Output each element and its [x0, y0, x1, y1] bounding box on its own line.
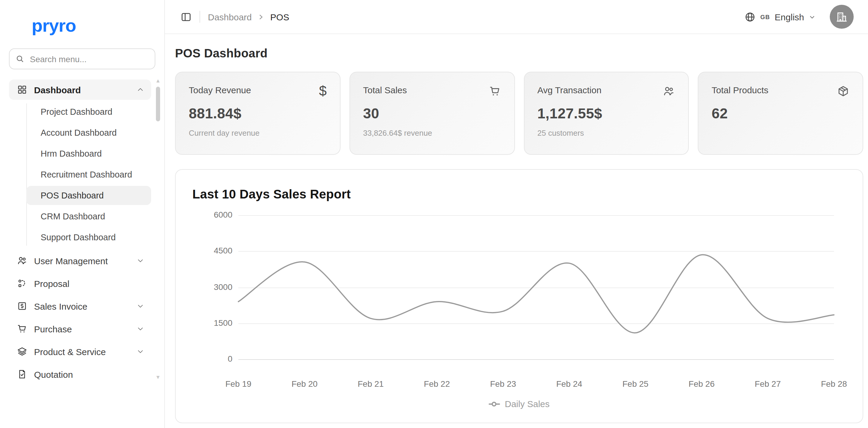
chevron-down-icon	[137, 303, 144, 310]
stat-value: 62	[712, 105, 850, 122]
topbar: Dashboard POS GB English	[165, 0, 868, 34]
y-axis-tick-label: 1500	[176, 318, 232, 327]
layers-icon	[17, 346, 28, 357]
topbar-divider	[199, 11, 200, 23]
stat-label: Total Sales	[363, 85, 407, 95]
stat-label: Today Revenue	[189, 85, 251, 95]
sidebar-search[interactable]	[9, 49, 155, 69]
stat-card-avg-transaction: Avg Transaction 1,127.55$ 25 customers	[524, 72, 689, 155]
language-label: English	[775, 12, 804, 22]
sidebar-subitem-crm-dashboard[interactable]: CRM Dashboard	[26, 207, 151, 226]
x-axis-tick-label: Feb 22	[410, 379, 464, 389]
scrollbar-thumb[interactable]	[156, 87, 160, 121]
sidebar-item-label: Product & Service	[34, 346, 130, 356]
sidebar-item-dashboard[interactable]: Dashboard	[9, 80, 151, 100]
y-axis-tick-label: 4500	[176, 246, 232, 256]
building-icon	[835, 10, 848, 23]
sidebar: pryro DashboardProject DashboardAccount …	[0, 0, 165, 428]
stat-label: Avg Transaction	[537, 85, 601, 95]
users-icon	[663, 85, 675, 97]
stat-value: 881.84$	[189, 105, 327, 122]
chevron-down-icon	[809, 13, 815, 20]
stat-card-total-products: Total Products 62	[698, 72, 864, 155]
globe-icon	[744, 11, 756, 22]
breadcrumb-pos: POS	[270, 12, 289, 22]
cart-icon	[488, 85, 501, 97]
sidebar-subitem-recruitment-dashboard[interactable]: Recruitment Dashboard	[26, 165, 151, 184]
sidebar-item-proposal[interactable]: Proposal	[9, 273, 151, 293]
page-title: POS Dashboard	[175, 47, 863, 60]
stat-card-total-sales: Total Sales 30 33,826.64$ revenue	[349, 72, 515, 155]
sidebar-toggle-button[interactable]	[180, 11, 192, 22]
breadcrumb-dashboard[interactable]: Dashboard	[208, 12, 252, 22]
x-axis-tick-label: Feb 24	[542, 379, 596, 389]
sidebar-subitem-hrm-dashboard[interactable]: Hrm Dashboard	[26, 144, 151, 163]
sidebar-item-purchase[interactable]: Purchase	[9, 319, 151, 339]
x-axis-tick-label: Feb 27	[741, 379, 795, 389]
sidebar-scrollbar[interactable]: ▲ ▼	[155, 78, 161, 380]
sidebar-item-label: Quotation	[34, 369, 144, 379]
sidebar-item-label: Sales Invoice	[34, 301, 130, 311]
x-axis-tick-label: Feb 19	[212, 379, 265, 389]
search-icon	[16, 54, 25, 63]
sidebar-submenu: Project DashboardAccount DashboardHrm Da…	[9, 102, 151, 247]
y-axis-tick-label: 0	[176, 354, 232, 364]
content: POS Dashboard Today Revenue$ 881.84$ Cur…	[165, 34, 868, 428]
users-icon	[17, 255, 28, 266]
panel-left-icon	[180, 11, 192, 22]
chevron-down-icon	[137, 257, 144, 264]
x-axis-tick-label: Feb 25	[609, 379, 662, 389]
breadcrumb: Dashboard POS	[208, 12, 289, 22]
scroll-up-icon[interactable]: ▲	[155, 78, 161, 84]
stat-card-today-revenue: Today Revenue$ 881.84$ Current day reven…	[175, 72, 341, 155]
sidebar-item-label: Purchase	[34, 324, 130, 334]
proposal-icon	[17, 278, 28, 289]
stat-label: Total Products	[712, 85, 769, 95]
topbar-right: GB English	[744, 5, 854, 29]
avatar[interactable]	[830, 5, 854, 29]
sidebar-subitem-project-dashboard[interactable]: Project Dashboard	[26, 102, 151, 121]
stat-value: 30	[363, 105, 501, 122]
cart-icon	[17, 323, 28, 334]
chart-legend-daily-sales[interactable]: Daily Sales	[176, 399, 863, 409]
package-icon	[837, 85, 849, 97]
scroll-down-icon[interactable]: ▼	[155, 375, 161, 380]
app-logo: pryro	[32, 16, 164, 36]
daily-sales-line-series[interactable]	[238, 215, 834, 359]
sidebar-subitem-account-dashboard[interactable]: Account Dashboard	[26, 123, 151, 142]
invoice-icon	[17, 301, 28, 311]
sidebar-item-user-management[interactable]: User Management	[9, 251, 151, 271]
language-code: GB	[761, 13, 770, 20]
sidebar-subitem-pos-dashboard[interactable]: POS Dashboard	[26, 186, 151, 205]
chart-plot-area: 01500300045006000Feb 19Feb 20Feb 21Feb 2…	[176, 170, 863, 423]
y-axis-tick-label: 3000	[176, 282, 232, 291]
x-axis-tick-label: Feb 23	[476, 379, 530, 389]
grid-icon	[17, 84, 28, 95]
sidebar-item-label: Dashboard	[34, 85, 130, 95]
stat-subtitle	[712, 129, 850, 138]
sales-chart-card: Last 10 Days Sales Report 01500300045006…	[175, 169, 863, 423]
sidebar-subitem-support-dashboard[interactable]: Support Dashboard	[26, 228, 151, 247]
search-input[interactable]	[29, 54, 149, 64]
stat-subtitle: Current day revenue	[189, 129, 327, 138]
x-axis-tick-label: Feb 26	[675, 379, 728, 389]
sidebar-nav: DashboardProject DashboardAccount Dashbo…	[0, 80, 164, 384]
sidebar-item-product-service[interactable]: Product & Service	[9, 341, 151, 362]
sidebar-item-quotation[interactable]: Quotation	[9, 364, 151, 384]
x-axis-tick-label: Feb 21	[344, 379, 398, 389]
x-axis-tick-label: Feb 20	[278, 379, 332, 389]
sidebar-item-sales-invoice[interactable]: Sales Invoice	[9, 296, 151, 316]
line-series-marker-icon	[489, 401, 500, 407]
chevron-down-icon	[137, 348, 144, 355]
language-selector[interactable]: GB English	[744, 11, 815, 22]
chevron-down-icon	[137, 325, 144, 332]
legend-label: Daily Sales	[505, 399, 550, 409]
sidebar-item-label: Proposal	[34, 278, 144, 288]
app-root: pryro DashboardProject DashboardAccount …	[0, 0, 868, 428]
stat-cards: Today Revenue$ 881.84$ Current day reven…	[175, 72, 863, 155]
stat-value: 1,127.55$	[537, 105, 675, 122]
stat-subtitle: 25 customers	[537, 129, 675, 138]
y-axis-tick-label: 6000	[176, 210, 232, 219]
dollar-icon: $	[319, 85, 327, 97]
quotation-icon	[17, 369, 28, 379]
